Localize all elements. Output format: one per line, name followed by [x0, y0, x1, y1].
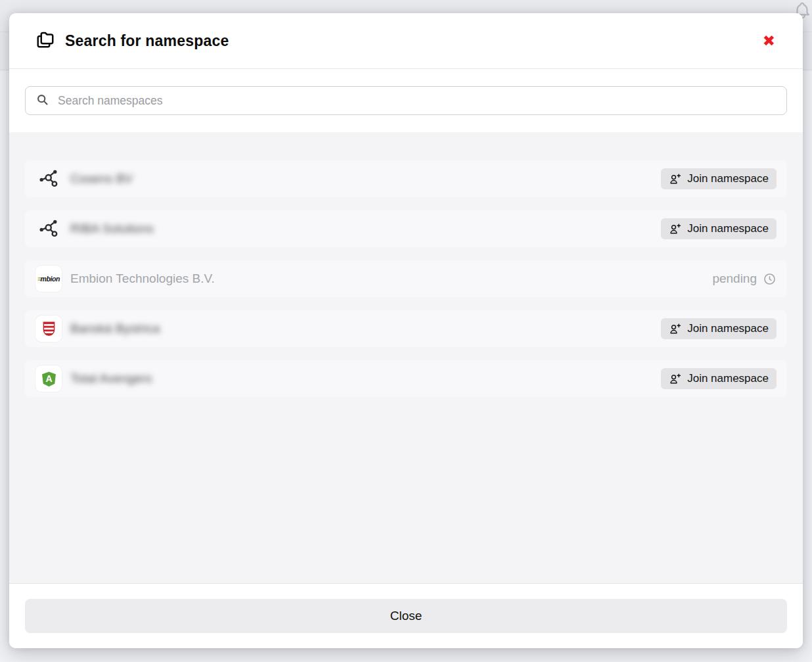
modal-header: Search for namespace ✖ — [9, 13, 803, 69]
join-namespace-label: Join namespace — [687, 372, 769, 385]
svg-text:A: A — [45, 373, 52, 384]
namespace-row: A Total Avengers Join namespace — [25, 360, 787, 397]
network-icon — [35, 166, 62, 192]
search-input[interactable] — [56, 93, 777, 108]
pending-label: pending — [712, 272, 757, 286]
namespace-row: Cosens BV Join namespace — [25, 160, 787, 197]
embion-logo: ≡mbion — [35, 266, 62, 292]
namespace-name: Banská Bystrica — [70, 321, 160, 336]
angular-logo: A — [35, 366, 62, 392]
join-namespace-button[interactable]: Join namespace — [661, 168, 777, 189]
row-actions: Join namespace — [661, 218, 777, 239]
join-namespace-button[interactable]: Join namespace — [661, 368, 777, 389]
namespace-row: Banská Bystrica Join namespace — [25, 310, 787, 347]
close-button[interactable]: Close — [25, 599, 787, 633]
namespace-name: Cosens BV — [70, 172, 133, 186]
modal-title: Search for namespace — [65, 32, 229, 50]
search-section — [9, 69, 803, 132]
row-actions: Join namespace — [661, 318, 777, 339]
namespace-row: RIBA Solutions Join namespace — [25, 210, 787, 247]
row-actions: Join namespace — [661, 168, 777, 189]
search-box — [25, 86, 787, 115]
row-actions: pending — [712, 272, 777, 286]
namespace-list: Cosens BV Join namespace RIBA Solutions … — [9, 132, 803, 583]
join-namespace-button[interactable]: Join namespace — [661, 318, 777, 339]
search-icon — [35, 93, 49, 109]
join-namespace-label: Join namespace — [687, 322, 769, 335]
join-namespace-label: Join namespace — [687, 172, 769, 185]
namespace-name: RIBA Solutions — [70, 222, 154, 236]
namespace-row: ≡mbion Embion Technologies B.V. pending — [25, 260, 787, 297]
modal-footer: Close — [9, 583, 803, 648]
network-icon — [35, 216, 62, 242]
join-namespace-button[interactable]: Join namespace — [661, 218, 777, 239]
row-actions: Join namespace — [661, 368, 777, 389]
close-modal-button[interactable]: ✖ — [760, 31, 778, 51]
shield-logo — [35, 316, 62, 342]
namespace-name: Total Avengers — [70, 371, 152, 386]
embion-logo-text: ≡mbion — [37, 275, 60, 283]
folders-icon — [35, 30, 55, 52]
namespace-name: Embion Technologies B.V. — [70, 272, 215, 286]
search-namespace-modal: Search for namespace ✖ Cosens BV Join na… — [9, 13, 803, 648]
pending-status: pending — [712, 272, 777, 286]
join-namespace-label: Join namespace — [687, 222, 769, 235]
